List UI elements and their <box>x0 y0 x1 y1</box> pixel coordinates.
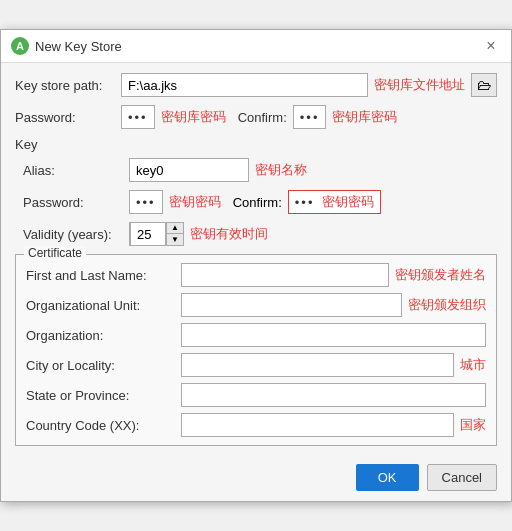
cert-row-4: State or Province: <box>26 383 486 407</box>
browse-button[interactable]: 🗁 <box>471 73 497 97</box>
keystore-path-input[interactable] <box>121 73 368 97</box>
key-confirm-label: Confirm: <box>233 195 282 210</box>
key-password-hint: 密钥密码 <box>169 193 221 211</box>
cert-input-4[interactable] <box>181 383 486 407</box>
keystore-password-dots: ••• <box>128 110 148 125</box>
title-bar: A New Key Store × <box>1 30 511 63</box>
cert-input-3[interactable] <box>181 353 454 377</box>
keystore-path-label: Key store path: <box>15 78 115 93</box>
cert-label-3: City or Locality: <box>26 358 181 373</box>
validity-label: Validity (years): <box>23 227 123 242</box>
cert-label-4: State or Province: <box>26 388 181 403</box>
cancel-button[interactable]: Cancel <box>427 464 497 491</box>
validity-hint: 密钥有效时间 <box>190 225 268 243</box>
key-password-row: Password: ••• 密钥密码 Confirm: ••• 密钥密码 <box>23 190 497 214</box>
validity-spinner: ▲ ▼ <box>129 222 184 246</box>
cert-hint-0: 密钥颁发者姓名 <box>395 266 486 284</box>
keystore-confirm-group: Confirm: ••• 密钥库密码 <box>238 105 398 129</box>
keystore-password-label: Password: <box>15 110 115 125</box>
key-section: Alias: 密钥名称 Password: ••• 密钥密码 Confirm: … <box>15 158 497 246</box>
validity-increment-btn[interactable]: ▲ <box>167 223 183 234</box>
alias-row: Alias: 密钥名称 <box>23 158 497 182</box>
cert-hint-1: 密钥颁发组织 <box>408 296 486 314</box>
certificate-section: Certificate First and Last Name: 密钥颁发者姓名… <box>15 254 497 446</box>
close-button[interactable]: × <box>481 36 501 56</box>
keystore-confirm-field: ••• <box>293 105 327 129</box>
keystore-confirm-dots: ••• <box>300 110 320 125</box>
alias-hint: 密钥名称 <box>255 161 307 179</box>
cert-hint-3: 城市 <box>460 356 486 374</box>
validity-decrement-btn[interactable]: ▼ <box>167 234 183 245</box>
dialog-title: New Key Store <box>35 39 475 54</box>
keystore-path-hint: 密钥库文件地址 <box>374 76 465 94</box>
ok-button[interactable]: OK <box>356 464 419 491</box>
cert-input-0[interactable] <box>181 263 389 287</box>
key-confirm-dots: ••• <box>295 195 315 210</box>
cert-label-2: Organization: <box>26 328 181 343</box>
cert-hint-5: 国家 <box>460 416 486 434</box>
key-confirm-group: Confirm: ••• 密钥密码 <box>233 190 382 214</box>
cert-row-0: First and Last Name: 密钥颁发者姓名 <box>26 263 486 287</box>
keystore-password-hint: 密钥库密码 <box>161 108 226 126</box>
alias-input[interactable] <box>129 158 249 182</box>
key-password-label: Password: <box>23 195 123 210</box>
alias-label: Alias: <box>23 163 123 178</box>
cert-label-0: First and Last Name: <box>26 268 181 283</box>
keystore-password-field: ••• <box>121 105 155 129</box>
key-password-dots: ••• <box>136 195 156 210</box>
cert-row-3: City or Locality: 城市 <box>26 353 486 377</box>
cert-input-5[interactable] <box>181 413 454 437</box>
validity-row: Validity (years): ▲ ▼ 密钥有效时间 <box>23 222 497 246</box>
cert-label-1: Organizational Unit: <box>26 298 181 313</box>
cert-label-5: Country Code (XX): <box>26 418 181 433</box>
keystore-confirm-hint: 密钥库密码 <box>332 108 397 126</box>
key-confirm-hint: 密钥密码 <box>322 193 374 211</box>
keystore-confirm-label: Confirm: <box>238 110 287 125</box>
cert-row-2: Organization: <box>26 323 486 347</box>
cert-row-5: Country Code (XX): 国家 <box>26 413 486 437</box>
keystore-path-row: Key store path: 密钥库文件地址 🗁 <box>15 73 497 97</box>
certificate-legend: Certificate <box>24 246 86 260</box>
validity-spinner-btns: ▲ ▼ <box>166 223 183 245</box>
key-confirm-field: ••• 密钥密码 <box>288 190 382 214</box>
validity-input[interactable] <box>130 222 166 246</box>
cert-input-1[interactable] <box>181 293 402 317</box>
new-key-store-dialog: A New Key Store × Key store path: 密钥库文件地… <box>0 29 512 502</box>
keystore-password-row: Password: ••• 密钥库密码 Confirm: ••• 密钥库密码 <box>15 105 497 129</box>
cert-row-1: Organizational Unit: 密钥颁发组织 <box>26 293 486 317</box>
dialog-content: Key store path: 密钥库文件地址 🗁 Password: ••• … <box>1 63 511 456</box>
key-section-label: Key <box>15 137 497 152</box>
key-password-field: ••• <box>129 190 163 214</box>
cert-input-2[interactable] <box>181 323 486 347</box>
app-icon: A <box>11 37 29 55</box>
dialog-footer: OK Cancel <box>1 456 511 501</box>
